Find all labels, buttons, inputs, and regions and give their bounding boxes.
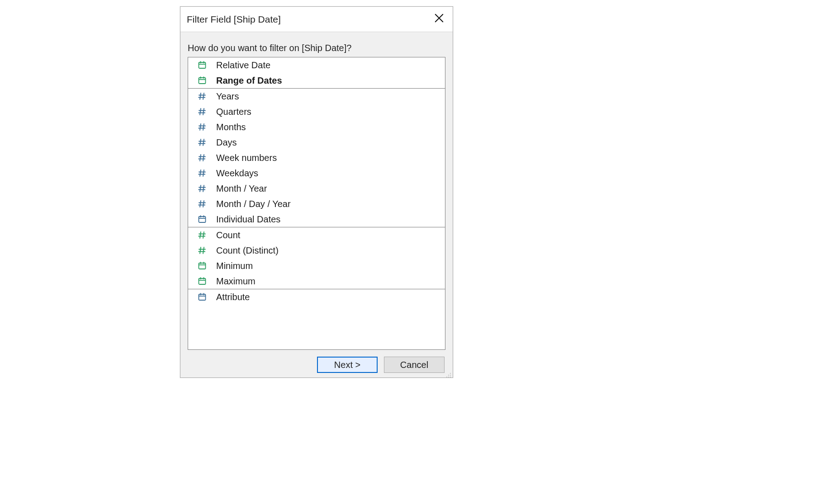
option-label: Years xyxy=(216,91,239,102)
hash-icon xyxy=(196,231,208,240)
svg-point-28 xyxy=(448,377,449,377)
option-label: Months xyxy=(216,122,246,132)
close-icon xyxy=(434,13,444,25)
filter-field-dialog: Filter Field [Ship Date] How do you want… xyxy=(180,6,453,378)
hash-icon xyxy=(196,153,208,162)
option-count-distinct[interactable]: Count (Distinct) xyxy=(188,243,445,258)
hash-icon xyxy=(196,107,208,116)
svg-point-27 xyxy=(446,377,447,377)
prompt-label: How do you want to filter on [Ship Date]… xyxy=(188,43,445,53)
option-days[interactable]: Days xyxy=(188,135,445,150)
option-section: Relative Date Range of Dates xyxy=(188,57,445,88)
dialog-title: Filter Field [Ship Date] xyxy=(187,14,429,25)
option-years[interactable]: Years xyxy=(188,89,445,104)
option-label: Count xyxy=(216,230,240,240)
calendar-icon xyxy=(196,76,208,85)
option-label: Maximum xyxy=(216,276,256,287)
option-label: Individual Dates xyxy=(216,214,280,225)
svg-rect-0 xyxy=(199,62,206,68)
svg-rect-4 xyxy=(199,78,206,84)
option-month-year[interactable]: Month / Year xyxy=(188,181,445,196)
option-individual-dates[interactable]: Individual Dates xyxy=(188,212,445,227)
option-label: Days xyxy=(216,137,237,148)
option-label: Relative Date xyxy=(216,60,270,71)
calendar-icon xyxy=(196,277,208,286)
svg-rect-8 xyxy=(199,217,206,222)
option-weekdays[interactable]: Weekdays xyxy=(188,165,445,181)
dialog-body: How do you want to filter on [Ship Date]… xyxy=(180,32,453,354)
hash-icon xyxy=(196,138,208,147)
option-range-of-dates[interactable]: Range of Dates xyxy=(188,73,445,88)
hash-icon xyxy=(196,92,208,101)
option-label: Month / Year xyxy=(216,184,267,194)
option-month-day-year[interactable]: Month / Day / Year xyxy=(188,196,445,212)
calendar-icon xyxy=(196,61,208,70)
option-label: Count (Distinct) xyxy=(216,245,279,256)
cancel-button[interactable]: Cancel xyxy=(384,357,445,373)
option-relative-date[interactable]: Relative Date xyxy=(188,57,445,73)
option-label: Quarters xyxy=(216,107,251,117)
option-section: Attribute xyxy=(188,289,445,305)
option-label: Range of Dates xyxy=(216,75,282,86)
filter-options-list[interactable]: Relative Date Range of Dates Years Quart… xyxy=(188,57,445,350)
svg-point-24 xyxy=(450,373,451,374)
calendar-icon xyxy=(196,261,208,270)
next-button[interactable]: Next > xyxy=(317,357,378,373)
option-label: Weekdays xyxy=(216,168,258,179)
hash-icon xyxy=(196,246,208,255)
option-attribute[interactable]: Attribute xyxy=(188,289,445,305)
svg-point-25 xyxy=(448,375,449,376)
svg-rect-16 xyxy=(199,278,206,284)
option-label: Week numbers xyxy=(216,153,277,163)
hash-icon xyxy=(196,169,208,178)
option-label: Month / Day / Year xyxy=(216,199,291,209)
resize-grip[interactable] xyxy=(445,370,451,376)
hash-icon xyxy=(196,184,208,193)
option-section: Count Count (Distinct) Minimum Maximum xyxy=(188,227,445,289)
svg-rect-20 xyxy=(199,294,206,300)
option-label: Attribute xyxy=(216,292,250,302)
calendar-icon xyxy=(196,292,208,301)
option-months[interactable]: Months xyxy=(188,119,445,135)
hash-icon xyxy=(196,199,208,208)
close-button[interactable] xyxy=(429,9,449,29)
option-maximum[interactable]: Maximum xyxy=(188,273,445,289)
option-count[interactable]: Count xyxy=(188,227,445,243)
svg-point-29 xyxy=(450,377,451,377)
option-quarters[interactable]: Quarters xyxy=(188,104,445,119)
option-section: Years Quarters Months Days Week numbers … xyxy=(188,88,445,227)
hash-icon xyxy=(196,122,208,132)
option-minimum[interactable]: Minimum xyxy=(188,258,445,273)
option-week-numbers[interactable]: Week numbers xyxy=(188,150,445,165)
option-label: Minimum xyxy=(216,261,253,271)
svg-rect-12 xyxy=(199,263,206,269)
dialog-footer: Next > Cancel xyxy=(317,357,445,373)
svg-point-26 xyxy=(450,375,451,376)
calendar-icon xyxy=(196,215,208,224)
titlebar: Filter Field [Ship Date] xyxy=(180,7,453,32)
